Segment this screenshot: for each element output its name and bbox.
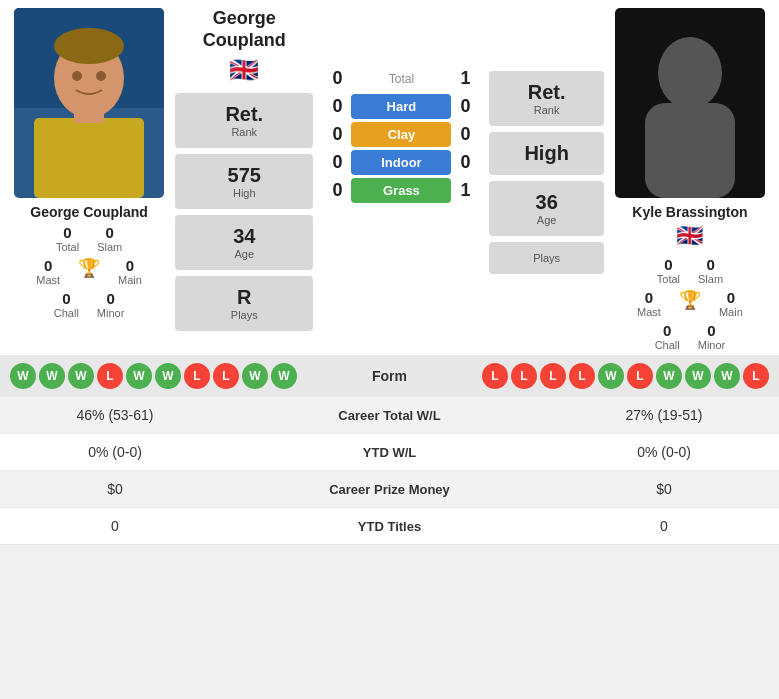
stats-center-label: Career Total W/L	[215, 408, 564, 423]
form-badge: L	[213, 363, 239, 389]
right-player-stats-row1: 0 Total 0 Slam	[657, 256, 723, 285]
right-main-value: 0	[727, 289, 735, 306]
left-flag: 🇬🇧	[229, 56, 259, 84]
stats-table: 46% (53-61)Career Total W/L27% (19-51)0%…	[0, 397, 779, 545]
left-chall-value: 0	[62, 290, 70, 307]
clay-right: 0	[451, 124, 479, 145]
right-trophy-cell: 🏆	[679, 289, 701, 318]
right-main-cell: 0 Main	[719, 289, 743, 318]
left-high-box: 575 High	[175, 154, 313, 209]
hard-left: 0	[323, 96, 351, 117]
right-flag: 🇬🇧	[676, 223, 703, 249]
left-chall-cell: 0 Chall	[54, 290, 79, 319]
stats-center-label: YTD W/L	[215, 445, 564, 460]
total-label: Total	[389, 72, 414, 86]
grass-right: 1	[451, 180, 479, 201]
right-total-value: 0	[664, 256, 672, 273]
form-badge: W	[242, 363, 268, 389]
left-total-label: Total	[56, 241, 79, 253]
form-badge: W	[126, 363, 152, 389]
stats-right-val: $0	[564, 481, 764, 497]
form-badge: W	[714, 363, 740, 389]
indoor-right: 0	[451, 152, 479, 173]
right-chall-cell: 0 Chall	[655, 322, 680, 351]
clay-button[interactable]: Clay	[351, 122, 451, 147]
right-mast-cell: 0 Mast	[637, 289, 661, 318]
left-total-cell: 0 Total	[56, 224, 79, 253]
right-rank-sub: Rank	[501, 104, 591, 116]
stats-row: 0% (0-0)YTD W/L0% (0-0)	[0, 434, 779, 471]
left-rank-value: Ret.	[187, 103, 301, 126]
form-badge: W	[68, 363, 94, 389]
form-badge: L	[627, 363, 653, 389]
left-high-label: High	[187, 187, 301, 199]
stats-right-val: 27% (19-51)	[564, 407, 764, 423]
left-age-label: Age	[187, 248, 301, 260]
right-chall-label: Chall	[655, 339, 680, 351]
right-minor-value: 0	[707, 322, 715, 339]
stats-center-label: YTD Titles	[215, 519, 564, 534]
grass-button[interactable]: Grass	[351, 178, 451, 203]
left-high-value: 575	[187, 164, 301, 187]
svg-point-5	[54, 28, 124, 64]
clay-left: 0	[323, 124, 351, 145]
total-right: 1	[451, 68, 479, 89]
left-plays-box: R Plays	[175, 276, 313, 331]
right-player-stats-row2: 0 Mast 🏆 0 Main	[637, 289, 743, 318]
right-slam-cell: 0 Slam	[698, 256, 723, 285]
left-player-photo	[14, 8, 164, 198]
left-trophy-cell: 🏆	[78, 257, 100, 286]
form-badge: L	[569, 363, 595, 389]
form-badge: L	[482, 363, 508, 389]
form-badge: W	[598, 363, 624, 389]
indoor-button[interactable]: Indoor	[351, 150, 451, 175]
right-player-photo	[615, 8, 765, 198]
center-panel: 0 Total 1 0 Hard 0 0 Clay 0 0 Indoor 0	[318, 8, 484, 351]
left-total-value: 0	[63, 224, 71, 241]
hard-right: 0	[451, 96, 479, 117]
left-player-name: George Coupland	[30, 204, 147, 220]
left-age-box: 34 Age	[175, 215, 313, 270]
left-minor-value: 0	[106, 290, 114, 307]
form-badge: L	[511, 363, 537, 389]
right-player-area: Kyle Brassington 🇬🇧 0 Total 0 Slam 0 Mas…	[609, 8, 771, 351]
svg-point-7	[96, 71, 106, 81]
total-left: 0	[323, 68, 351, 89]
form-section: WWWLWWLLWW Form LLLLWLWWWL	[0, 355, 779, 397]
main-container: George Coupland 0 Total 0 Slam 0 Mast	[0, 0, 779, 545]
form-badge: W	[155, 363, 181, 389]
right-minor-cell: 0 Minor	[698, 322, 726, 351]
right-high-box: High	[489, 132, 603, 175]
left-slam-label: Slam	[97, 241, 122, 253]
svg-rect-2	[34, 118, 144, 198]
left-age-value: 34	[187, 225, 301, 248]
right-form-badges: LLLLWLWWWL	[482, 363, 769, 389]
left-plays-value: R	[187, 286, 301, 309]
right-age-box: 36 Age	[489, 181, 603, 236]
stats-right-val: 0% (0-0)	[564, 444, 764, 460]
left-form-badges: WWWLWWLLWW	[10, 363, 297, 389]
left-mast-cell: 0 Mast	[36, 257, 60, 286]
svg-point-9	[658, 37, 722, 109]
left-slam-value: 0	[106, 224, 114, 241]
left-player-stats-row2: 0 Mast 🏆 0 Main	[36, 257, 142, 286]
stats-left-val: 0	[15, 518, 215, 534]
left-player-stats-row1: 0 Total 0 Slam	[56, 224, 122, 253]
indoor-row: 0 Indoor 0	[323, 150, 479, 175]
left-player-stats-row3: 0 Chall 0 Minor	[54, 290, 125, 319]
left-main-label: Main	[118, 274, 142, 286]
left-minor-cell: 0 Minor	[97, 290, 125, 319]
right-player-name: Kyle Brassington	[632, 204, 747, 220]
left-middle-panel: George Coupland 🇬🇧 Ret. Rank 575 High 34…	[170, 8, 318, 351]
right-chall-value: 0	[663, 322, 671, 339]
left-mast-label: Mast	[36, 274, 60, 286]
stats-row: 46% (53-61)Career Total W/L27% (19-51)	[0, 397, 779, 434]
trophy-icon-left: 🏆	[78, 257, 100, 279]
right-total-label: Total	[657, 273, 680, 285]
right-plays-label: Plays	[501, 252, 591, 264]
right-slam-label: Slam	[698, 273, 723, 285]
hard-button[interactable]: Hard	[351, 94, 451, 119]
form-badge: L	[184, 363, 210, 389]
left-player-heading: George Coupland	[175, 8, 313, 51]
top-section: George Coupland 0 Total 0 Slam 0 Mast	[0, 0, 779, 351]
